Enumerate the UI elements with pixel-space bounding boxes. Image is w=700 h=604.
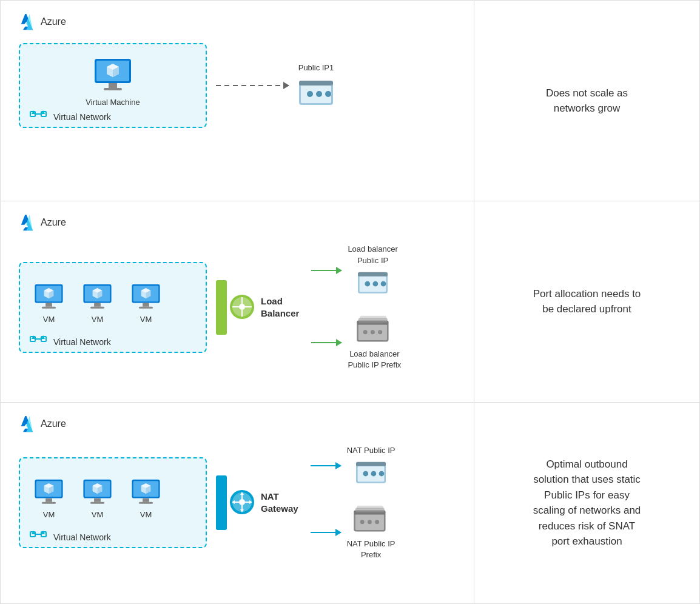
row3-nat-component: NATGateway: [216, 475, 301, 530]
svg-point-59: [363, 330, 368, 334]
row2-vnet-icon: [29, 332, 47, 348]
row1-right: Does not scale asnetworks grow: [474, 1, 699, 201]
svg-point-61: [378, 330, 382, 334]
row2-diagram: VM: [19, 238, 456, 377]
svg-rect-77: [94, 498, 101, 502]
row2-lb-label: LoadBalancer: [261, 295, 299, 319]
row2-left: Azure: [1, 201, 474, 401]
row2-vm1-label: VM: [43, 315, 55, 324]
load-balancer-icon: [229, 294, 256, 321]
svg-rect-17: [299, 81, 333, 86]
public-ip-icon-1: [298, 79, 334, 109]
row1-vnet-label: Virtual Network: [53, 112, 111, 122]
row2-arrows-ips: Load balancerPublic IP: [311, 244, 401, 371]
row3-nat-prefix: NAT Public IPPrefix: [347, 505, 395, 560]
nat-prefix-icon: [352, 505, 390, 534]
row1-vm: Virtual Machine: [86, 56, 140, 107]
svg-point-55: [381, 281, 386, 286]
nat-public-ip-icon: [354, 461, 388, 486]
azure-text-1: Azure: [41, 16, 66, 27]
azure-logo-2: [19, 213, 37, 232]
lb-public-ip-icon: [356, 271, 389, 297]
svg-rect-38: [139, 306, 153, 308]
azure-label-1: Azure: [19, 13, 456, 31]
row-3: Azure: [1, 403, 699, 603]
row2-vnet-label: Virtual Network: [53, 337, 111, 347]
svg-rect-5: [109, 83, 117, 88]
svg-rect-85: [139, 502, 153, 504]
row3-arrow-1: [311, 465, 341, 466]
svg-point-16: [325, 91, 331, 97]
row1-arrow: [216, 85, 289, 86]
row2-description: Port allocation needs tobe declared upfr…: [533, 286, 641, 317]
vm-icon-2-2: [81, 282, 114, 312]
virtual-machine-icon: [92, 56, 134, 95]
azure-text-3: Azure: [41, 418, 66, 429]
azure-logo-1: [19, 13, 37, 31]
svg-rect-24: [42, 306, 56, 308]
row1-public-ip-label: Public IP1: [298, 62, 334, 73]
row1-description: Does not scale asnetworks grow: [546, 86, 628, 116]
svg-point-15: [316, 91, 322, 97]
svg-point-104: [363, 471, 368, 476]
svg-rect-23: [45, 303, 52, 306]
row2-lb-component: LoadBalancer: [216, 280, 302, 335]
svg-point-106: [379, 471, 385, 476]
svg-rect-37: [143, 303, 149, 306]
row3-vm3: VM: [129, 477, 163, 519]
row2-arrow-2: [311, 342, 342, 343]
vm-icon-3-2: [81, 477, 114, 508]
row1-left: Azure: [1, 1, 474, 201]
svg-point-46: [239, 304, 245, 310]
row3-arrows-ips: NAT Public IP: [311, 445, 395, 561]
svg-point-110: [360, 520, 364, 524]
vm-icon-3-1: [32, 477, 66, 508]
row3-vm1: VM: [32, 477, 66, 519]
svg-rect-107: [356, 462, 386, 466]
svg-rect-31: [90, 306, 104, 308]
row3-vm2: VM: [81, 477, 114, 519]
svg-point-111: [367, 520, 371, 524]
svg-point-105: [371, 471, 377, 476]
row2-vm3: VM: [129, 282, 163, 324]
main-grid: Azure: [0, 0, 700, 604]
row3-vnet-icon: [29, 528, 47, 543]
row3-nat-prefix-label: NAT Public IPPrefix: [347, 539, 395, 560]
azure-label-2: Azure: [19, 213, 456, 232]
svg-rect-115: [357, 506, 383, 509]
row3-nat-label: NATGateway: [261, 491, 298, 514]
svg-point-60: [371, 330, 375, 334]
vm-icon-2-3: [129, 282, 163, 312]
row3-arrow-ip1: NAT Public IP: [311, 445, 395, 486]
row-2: Azure: [1, 201, 699, 402]
azure-logo-3: [19, 415, 37, 433]
row3-arrow-ip2: NAT Public IPPrefix: [311, 505, 395, 560]
row3-right: Optimal outboundsolution that uses stati…: [474, 403, 699, 603]
svg-rect-71: [42, 502, 56, 504]
svg-rect-84: [143, 498, 149, 502]
row3-diagram: VM: [19, 439, 456, 567]
svg-rect-6: [104, 88, 122, 90]
row3-vm1-label: VM: [43, 510, 55, 519]
row2-vnet-box: VM: [19, 262, 207, 353]
svg-point-53: [365, 281, 370, 286]
row2-lb-public-ip-label: Load balancerPublic IP: [348, 244, 397, 266]
row1-vnet-box: Virtual Machine Virt: [19, 43, 207, 128]
svg-rect-64: [360, 315, 387, 319]
vm-icon-2-1: [32, 282, 66, 312]
row2-right: Port allocation needs tobe declared upfr…: [474, 201, 699, 401]
svg-point-54: [373, 281, 379, 286]
row2-vm2: VM: [81, 282, 114, 324]
row2-lb-public-ip: Load balancerPublic IP: [348, 244, 397, 296]
row2-arrow-1: [311, 270, 342, 271]
row2-lb-prefix-label: Load balancerPublic IP Prefix: [348, 349, 401, 371]
azure-text-2: Azure: [41, 217, 66, 228]
row2-vm1: VM: [32, 282, 66, 324]
nat-gateway-icon: [229, 489, 256, 516]
row3-description: Optimal outboundsolution that uses stati…: [533, 457, 641, 549]
lb-prefix-icon: [355, 315, 393, 344]
row2-arrow-ip2: Load balancerPublic IP Prefix: [311, 315, 401, 371]
row-1: Azure: [1, 1, 699, 201]
row3-nat-public-ip: NAT Public IP: [347, 445, 395, 486]
row3-left: Azure: [1, 403, 474, 603]
